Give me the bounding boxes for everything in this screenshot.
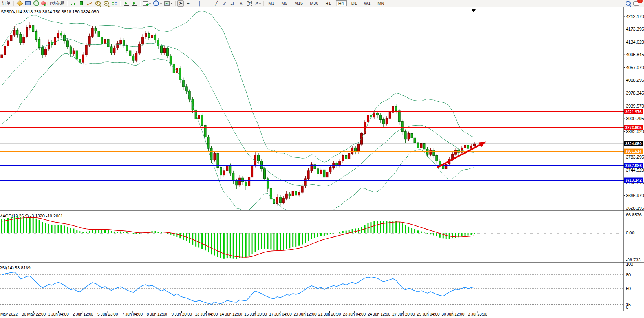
candle (239, 178, 241, 185)
chevron-down-icon (149, 3, 151, 4)
candlestick-chart-icon[interactable] (77, 0, 85, 7)
candle (163, 48, 165, 53)
candle (348, 154, 350, 159)
tab-timeframe-H4[interactable]: H4 (336, 0, 347, 6)
toolbar-separator (120, 1, 121, 6)
tile-windows-icon[interactable] (110, 0, 118, 7)
tab-timeframe-H1[interactable]: H1 (323, 0, 333, 6)
macd-signal-value: -10.2061 (46, 214, 63, 218)
time-tick-label: 20 Jun 12:00 (294, 312, 317, 316)
candle (395, 106, 397, 111)
auto-scroll-icon[interactable] (122, 0, 130, 7)
vertical-line-icon[interactable]: │ (196, 0, 204, 7)
chart-canvas[interactable]: 4212.1704173.3954134.6204095.8454057.070… (0, 0, 644, 318)
macd-value: -3.1320 (30, 214, 44, 218)
candle (248, 177, 250, 186)
price-tick-label: 4057.070 (626, 65, 644, 70)
tab-timeframe-D1[interactable]: D1 (349, 0, 359, 6)
search-icon[interactable] (624, 0, 632, 7)
candle (229, 166, 231, 173)
toolbar-separator (263, 1, 264, 6)
bollinger-bands-layer (2, 11, 474, 214)
horizontal-line-icon[interactable]: ─ (204, 0, 212, 7)
auto-trading-button[interactable]: 自动交易 (40, 0, 65, 7)
candle (160, 46, 162, 53)
candle (411, 133, 413, 138)
trend-arrow-line[interactable] (437, 145, 480, 168)
candle (95, 28, 97, 31)
candle (430, 150, 432, 154)
price-badge-label: 3873.605 (625, 126, 642, 130)
tab-timeframe-MN[interactable]: MN (375, 0, 386, 6)
text-icon[interactable]: A (237, 0, 245, 7)
candle (38, 40, 40, 48)
macd-scale-label: 66.8576 (626, 212, 642, 217)
add-indicator-icon[interactable] (142, 0, 152, 7)
candle (442, 166, 444, 169)
candle (16, 30, 18, 34)
tab-timeframe-M5[interactable]: M5 (279, 0, 290, 6)
line-chart-icon[interactable] (86, 0, 93, 7)
tab-timeframe-M15[interactable]: M15 (292, 0, 305, 6)
candle (88, 36, 90, 45)
time-tick-label: 14 Jun 12:00 (220, 312, 242, 316)
candle (48, 42, 50, 49)
price-tick-label: 4018.295 (626, 78, 644, 82)
tab-timeframe-W1[interactable]: W1 (362, 0, 373, 6)
candle (76, 51, 78, 59)
price-tick-label: 3783.295 (626, 155, 644, 159)
zoom-in-icon[interactable]: + (94, 0, 102, 7)
time-tick-label: 29 Jun 04:00 (417, 312, 440, 316)
time-tick-label: 24 Jun 12:00 (368, 312, 390, 316)
bar-chart-icon[interactable] (69, 0, 77, 7)
candle (20, 34, 22, 43)
candle (60, 33, 62, 35)
zoom-out-icon[interactable]: − (102, 0, 110, 7)
candle (386, 118, 388, 124)
candle (261, 161, 263, 169)
candle (32, 26, 34, 32)
fibonacci-icon[interactable]: ≡F (229, 0, 237, 7)
candle (285, 194, 287, 198)
candle (439, 161, 441, 166)
new-order-icon[interactable] (16, 0, 24, 7)
candle (207, 137, 209, 148)
new-order-button[interactable]: 订单 (1, 0, 12, 6)
price-badge-label: 3713.142 (625, 178, 642, 183)
trendline-icon[interactable]: ╱ (212, 0, 220, 7)
periods-icon[interactable] (152, 0, 163, 7)
arrows-icon[interactable]: ↗ (254, 0, 262, 7)
cursor-icon[interactable]: ➤ (177, 0, 184, 7)
text-label-icon[interactable]: T (245, 0, 253, 7)
crosshair-icon[interactable]: + (184, 0, 192, 7)
market-watch-icon[interactable] (24, 0, 32, 7)
rsi-scale-label: 50 (626, 286, 631, 291)
price-badge-label: 3824.050 (625, 142, 642, 146)
time-tick-label: 3 Jul 23:00 (468, 312, 487, 316)
candle (282, 198, 284, 203)
templates-icon[interactable] (163, 0, 174, 7)
candle (401, 122, 403, 132)
candle (91, 28, 93, 36)
navigator-icon[interactable] (32, 0, 40, 7)
time-tick-label: 1 Jun 04:00 (48, 312, 69, 316)
tab-timeframe-M30[interactable]: M30 (307, 0, 320, 6)
trend-arrow-head[interactable] (479, 142, 486, 148)
chat-icon[interactable]: 1 (632, 0, 640, 7)
time-tick-label: May 2022 (0, 312, 18, 316)
rsi-scale-label: 0 (626, 305, 628, 309)
time-tick-label: 21 Jun 20:00 (318, 312, 341, 316)
chart-shift-icon[interactable] (130, 0, 138, 7)
candle (464, 145, 466, 148)
rsi-scale-label: 100 (626, 262, 633, 267)
equidistant-channel-icon[interactable]: ∕∕ (221, 0, 229, 7)
candle (73, 51, 75, 54)
tab-timeframe-M1[interactable]: M1 (266, 0, 276, 6)
candle (389, 112, 391, 118)
candle (35, 32, 37, 40)
rsi-value: 53.8169 (15, 265, 31, 270)
candle (132, 56, 134, 60)
bollinger-upper (2, 11, 474, 162)
candle (110, 47, 112, 53)
candle (236, 181, 238, 185)
